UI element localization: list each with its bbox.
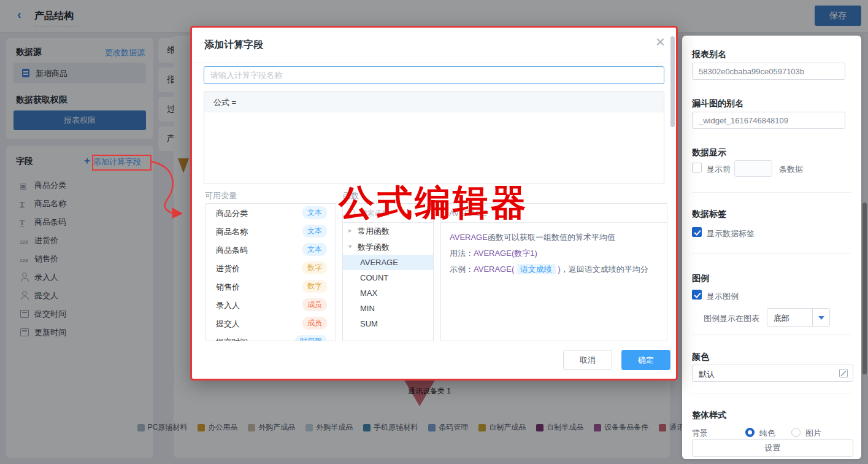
function-item[interactable]: SUM: [343, 316, 433, 331]
description-line: AVERAGE函数可以获取一组数值的算术平均值: [450, 231, 658, 244]
function-item[interactable]: MAX: [343, 285, 433, 301]
cancel-button[interactable]: 取消: [563, 350, 612, 370]
variable-type-tag: 时间戳: [295, 335, 327, 341]
function-group-label: 数学函数: [358, 242, 390, 253]
description-segment: AVERAGE(数字1): [474, 249, 537, 258]
usage-line: 用法：AVERAGE(数字1): [450, 247, 658, 260]
function-items: AVERAGE COUNT MAX MIN SUM: [343, 255, 433, 331]
function-item[interactable]: MIN: [343, 301, 433, 316]
variable-row[interactable]: 提交时间 时间戳: [206, 333, 336, 341]
widget-alias-input[interactable]: [692, 112, 845, 129]
variable-type-tag: 数字: [302, 280, 327, 293]
variables-list: 商品分类 文本 商品名称 文本 商品条码 文本 进货价 数字: [205, 203, 336, 341]
variable-row[interactable]: 销售价 数字: [206, 277, 336, 296]
chevron-right-icon: ▸: [348, 226, 352, 234]
description-segment: ): [556, 265, 561, 274]
variable-name: 提交时间: [216, 337, 248, 341]
show-first-checkbox[interactable]: [692, 163, 702, 172]
description-segment: AVERAGE(: [474, 265, 517, 274]
close-icon[interactable]: ×: [656, 34, 665, 50]
formula-label: 公式 =: [213, 97, 236, 108]
function-description-content: AVERAGE函数可以获取一组数值的算术平均值 用法：AVERAGE(数字1) …: [441, 223, 667, 287]
annotation-arrow: [147, 153, 196, 224]
variable-row[interactable]: 商品名称 文本: [206, 222, 336, 241]
rows-suffix-label: 条数据: [779, 164, 803, 175]
show-first-label: 显示前: [707, 164, 731, 175]
variable-type-tag: 成员: [302, 317, 327, 330]
divider: [692, 334, 851, 334]
solid-color-label: 纯色: [759, 428, 775, 439]
background-label: 背景: [692, 428, 708, 439]
variable-type-tag: 文本: [302, 206, 327, 219]
description-segment: AVERAGE: [450, 233, 488, 242]
description-segment: 用法：: [450, 249, 474, 258]
annotation-highlight-box: [92, 155, 152, 171]
function-name: AVERAGE: [360, 258, 398, 267]
divider: [192, 63, 676, 63]
settings-button[interactable]: 设置: [692, 439, 853, 457]
legend-position-value: 底部: [774, 313, 789, 324]
style-settings-sidebar: 报表别名 漏斗图的别名 数据显示 显示前 条数据 数据标签 显示数据标签 图例 …: [682, 36, 861, 459]
show-legend-checkbox[interactable]: [692, 290, 702, 300]
formula-header: 公式 =: [204, 91, 664, 112]
function-group-label: 常用函数: [358, 226, 390, 237]
show-data-label-text: 显示数据标签: [707, 228, 755, 239]
example-line: 示例：AVERAGE( 语文成绩 )，返回语文成绩的平均分: [450, 263, 658, 276]
legend-position-label: 图例显示在图表: [704, 313, 759, 324]
report-alias-input[interactable]: [692, 63, 845, 80]
app-root: ‹ 产品结构 保存 数据源 更改数据源 新增商品 数据获取权限 报表权限 字段 …: [0, 0, 868, 464]
overall-style-title: 整体样式: [692, 410, 726, 421]
formula-editor[interactable]: 公式 =: [204, 91, 664, 184]
variable-name: 商品条码: [216, 245, 248, 256]
variable-type-tag: 数字: [302, 261, 327, 274]
data-display-label: 数据显示: [692, 147, 726, 158]
variable-type-tag: 文本: [302, 243, 327, 256]
variables-scrollbar-thumb[interactable]: [670, 36, 675, 127]
confirm-button[interactable]: 确定: [621, 350, 670, 370]
variable-row[interactable]: 提交人 成员: [206, 314, 336, 333]
divider: [692, 253, 851, 253]
show-legend-text: 显示图例: [707, 291, 739, 302]
function-group-math[interactable]: ▾ 数学函数: [343, 239, 433, 255]
description-segment: 示例：: [450, 265, 474, 274]
image-radio[interactable]: [791, 428, 801, 437]
divider: [692, 393, 851, 393]
modal-title: 添加计算字段: [204, 39, 263, 52]
function-item[interactable]: AVERAGE: [343, 255, 433, 270]
row-count-input[interactable]: [734, 160, 772, 177]
widget-alias-label: 漏斗图的别名: [692, 98, 743, 109]
function-name: MAX: [360, 288, 377, 298]
edit-icon: [839, 369, 848, 377]
variable-type-tag: 成员: [302, 298, 327, 311]
description-segment: ，返回语文成绩的平均分: [561, 265, 648, 274]
calc-field-name-input[interactable]: [204, 66, 664, 84]
chevron-down-icon: ▾: [348, 242, 352, 250]
show-data-label-checkbox[interactable]: [692, 227, 702, 237]
data-label-title: 数据标签: [692, 209, 726, 220]
variable-name: 提交人: [216, 319, 240, 330]
variable-name: 销售价: [216, 282, 240, 293]
report-alias-label: 报表别名: [692, 49, 726, 60]
color-title: 颜色: [692, 352, 709, 363]
available-variables-label: 可用变量: [205, 190, 237, 201]
chevron-down-icon: [812, 309, 829, 326]
variable-row[interactable]: 录入人 成员: [206, 296, 336, 314]
variable-name: 录入人: [216, 300, 240, 311]
divider: [692, 192, 851, 193]
variable-row[interactable]: 商品条码 文本: [206, 241, 336, 259]
variable-name: 进货价: [216, 263, 240, 274]
color-picker-box[interactable]: 默认: [692, 365, 853, 382]
variable-row[interactable]: 进货价 数字: [206, 259, 336, 277]
solid-color-radio[interactable]: [745, 428, 755, 437]
variable-name: 商品分类: [216, 208, 248, 219]
description-segment: 函数可以获取一组数值的算术平均值: [488, 233, 615, 242]
variable-row[interactable]: 商品分类 文本: [206, 204, 336, 222]
function-item[interactable]: COUNT: [343, 270, 433, 285]
image-label: 图片: [805, 428, 821, 439]
legend-position-select[interactable]: 底部: [767, 308, 830, 327]
function-name: SUM: [360, 319, 378, 328]
annotation-overlay-text: 公式编辑器: [339, 179, 529, 227]
description-segment: 语文成绩: [517, 264, 556, 274]
variable-type-tag: 文本: [302, 225, 327, 238]
color-value: 默认: [699, 369, 715, 380]
